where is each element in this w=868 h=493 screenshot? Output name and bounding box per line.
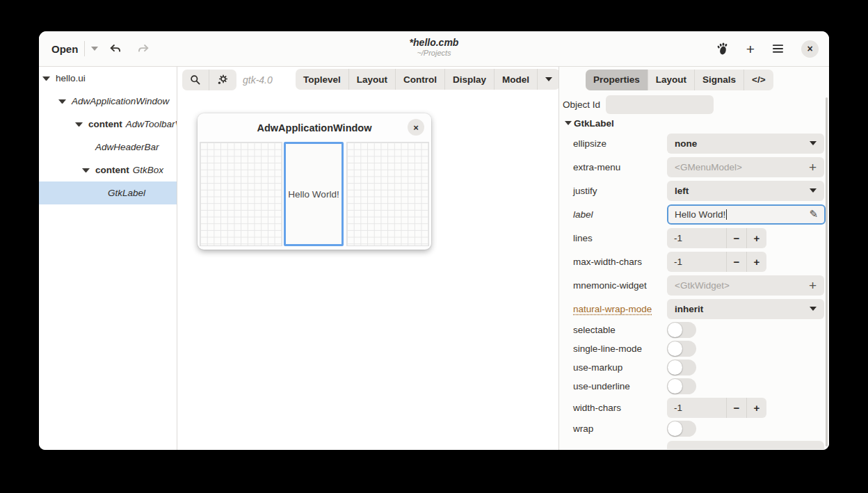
expander-arrow-icon[interactable]: [75, 122, 83, 127]
tree-item-gtkbox[interactable]: contentGtkBox: [39, 159, 177, 181]
selectable-switch[interactable]: [667, 322, 696, 338]
chevron-down-icon: [545, 77, 552, 81]
redo-icon: [137, 42, 150, 55]
edit-pencil-icon[interactable]: ✎: [809, 208, 818, 220]
dropdown-value: left: [675, 186, 689, 196]
preview-window-title: AdwApplicationWindow: [257, 122, 372, 134]
increment-button[interactable]: +: [746, 228, 766, 248]
justify-dropdown[interactable]: left: [667, 181, 824, 201]
tree-item-adwtoolbarview[interactable]: contentAdwToolbarView: [39, 113, 177, 136]
increment-button[interactable]: +: [746, 398, 766, 418]
inspector-panel: PropertiesLayoutSignals</> Object Id Gtk…: [558, 67, 829, 450]
property-label-ellipsize: ellipsize: [573, 138, 667, 149]
open-button[interactable]: Open: [51, 41, 98, 56]
widget-tree-panel: hello.uiAdwApplicationWindowcontentAdwTo…: [39, 67, 177, 450]
expander-arrow-icon[interactable]: [42, 76, 50, 81]
lines-spin-button[interactable]: -1−+: [667, 228, 766, 248]
class-tab-label: Model: [502, 74, 529, 85]
mnemonic-widget-object-field[interactable]: <GtkWidget>+: [667, 275, 824, 296]
class-section-expander[interactable]: GtkLabel: [565, 115, 829, 131]
class-tab-control[interactable]: Control: [395, 69, 444, 90]
property-label-wrap: wrap: [573, 423, 667, 434]
widget-tree: hello.uiAdwApplicationWindowcontentAdwTo…: [39, 67, 177, 204]
property-label-mnemonic-widget: mnemonic-widget: [573, 280, 667, 291]
workspace-canvas[interactable]: AdwApplicationWindow × Hello World!: [177, 92, 558, 450]
dropdown-value: none: [675, 138, 697, 149]
class-tab-model[interactable]: Model: [494, 69, 537, 90]
expander-arrow-icon[interactable]: [82, 168, 90, 172]
placeholder-grid-left[interactable]: [200, 142, 282, 246]
decrement-button[interactable]: −: [726, 228, 746, 248]
window-close-button[interactable]: ×: [801, 40, 819, 58]
wrap-switch[interactable]: [667, 421, 696, 437]
width-chars-spin-button[interactable]: -1−+: [667, 398, 766, 418]
preview-window[interactable]: AdwApplicationWindow × Hello World!: [198, 113, 431, 250]
tree-item-adwheaderbar[interactable]: AdwHeaderBar: [39, 136, 177, 159]
decrement-button[interactable]: −: [726, 398, 746, 418]
class-tab-label: Control: [403, 74, 437, 85]
preview-close-button[interactable]: ×: [408, 119, 424, 136]
label-text-entry[interactable]: Hello World!✎: [667, 204, 826, 225]
selected-gtklabel-widget[interactable]: Hello World!: [284, 142, 344, 246]
tree-item-gtklabel[interactable]: GtkLabel: [39, 181, 177, 204]
hamburger-menu-icon: [772, 44, 784, 54]
inspector-tab-layout[interactable]: Layout: [648, 70, 694, 90]
widget-class-tabs: ToplevelLayoutControlDisplayModel: [296, 69, 560, 90]
class-tab-label: Display: [453, 74, 486, 85]
properties-list: Object Id GtkLabel ellipsizenoneextra-me…: [559, 92, 829, 450]
search-icon: [190, 74, 201, 86]
max-width-chars-spin-button[interactable]: -1−+: [667, 252, 766, 272]
increment-button[interactable]: +: [746, 252, 766, 272]
child-type-label: content: [88, 119, 122, 129]
about-gnome-button[interactable]: [715, 42, 729, 56]
open-split-divider: [84, 41, 85, 56]
add-object-button[interactable]: +: [809, 161, 817, 174]
redo-button[interactable]: [137, 42, 150, 55]
preferences-button[interactable]: [209, 70, 236, 90]
property-label-single-line-mode: single-line-mode: [573, 344, 667, 354]
property-label-max-width-chars: max-width-chars: [573, 257, 667, 267]
tree-item-hello.ui[interactable]: hello.ui: [39, 67, 177, 90]
property-label-natural-wrap-mode[interactable]: natural-wrap-mode: [573, 304, 667, 314]
inspector-tab-properties[interactable]: Properties: [586, 70, 648, 90]
object-id-input[interactable]: [606, 95, 714, 114]
search-button[interactable]: [182, 70, 209, 90]
use-underline-switch[interactable]: [667, 378, 696, 394]
add-object-button[interactable]: +: [809, 279, 817, 292]
spin-value[interactable]: -1: [667, 233, 726, 243]
single-line-mode-switch[interactable]: [667, 341, 696, 357]
placeholder-grid-right[interactable]: [346, 142, 429, 246]
tree-item-adwapplicationwindow[interactable]: AdwApplicationWindow: [39, 90, 177, 113]
clipped-next-control: [667, 441, 824, 449]
class-tab-toplevel[interactable]: Toplevel: [296, 69, 348, 90]
dropdown-value: inherit: [675, 304, 703, 314]
spin-value[interactable]: -1: [667, 257, 726, 267]
more-classes-button[interactable]: [537, 69, 560, 90]
main-menu-button[interactable]: [772, 44, 784, 54]
property-row-natural-wrap-mode: natural-wrap-modeinherit: [573, 297, 829, 321]
spin-value[interactable]: -1: [667, 403, 726, 413]
inspector-tab-code[interactable]: </>: [744, 70, 773, 90]
decrement-button[interactable]: −: [726, 252, 746, 272]
property-label-lines: lines: [573, 233, 667, 243]
window-title: *hello.cmb: [39, 37, 829, 48]
expander-spacer: [95, 193, 102, 193]
open-menu-chevron-down-icon[interactable]: [91, 47, 98, 51]
preview-header-bar[interactable]: AdwApplicationWindow ×: [198, 113, 431, 142]
undo-button[interactable]: [109, 42, 122, 55]
property-row-max-width-chars: max-width-chars-1−+: [573, 250, 829, 273]
inspector-tab-signals[interactable]: Signals: [694, 70, 744, 90]
class-tab-display[interactable]: Display: [444, 69, 494, 90]
add-ui-button[interactable]: +: [746, 42, 755, 56]
use-markup-switch[interactable]: [667, 359, 696, 375]
tree-item-label: GtkLabel: [108, 188, 145, 198]
natural-wrap-mode-dropdown[interactable]: inherit: [667, 299, 824, 319]
class-tab-layout[interactable]: Layout: [348, 69, 395, 90]
extra-menu-object-field[interactable]: <GMenuModel>+: [667, 157, 824, 177]
tree-item-label: AdwToolbarView: [126, 119, 177, 129]
inspector-scrollbar[interactable]: [826, 97, 828, 446]
switch-knob: [668, 341, 682, 356]
expander-arrow-icon[interactable]: [58, 99, 66, 104]
ellipsize-dropdown[interactable]: none: [667, 134, 824, 154]
property-row-wrap: wrap: [573, 419, 829, 438]
